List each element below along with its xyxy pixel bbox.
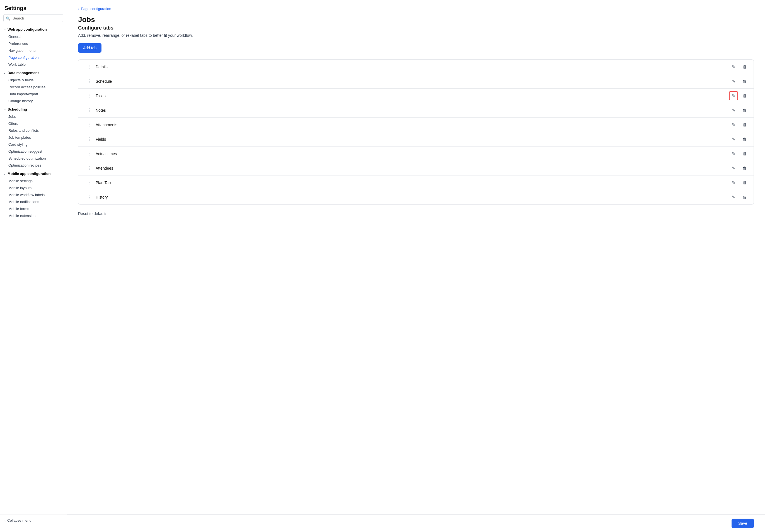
drag-handle-icon[interactable]: ⋮⋮: [83, 180, 92, 185]
tab-label: Plan Tab: [96, 180, 729, 185]
sidebar-item-mobile-layouts[interactable]: Mobile layouts: [1, 184, 66, 191]
section-label: Mobile app configuration: [8, 171, 51, 176]
tab-actions: ✎ 🗑: [729, 178, 749, 187]
edit-tab-button[interactable]: ✎: [729, 193, 738, 202]
breadcrumb-arrow-icon: ‹: [78, 7, 79, 11]
drag-handle-icon[interactable]: ⋮⋮: [83, 64, 92, 69]
drag-handle-icon[interactable]: ⋮⋮: [83, 136, 92, 142]
edit-tab-button[interactable]: ✎: [729, 149, 738, 158]
delete-tab-button[interactable]: 🗑: [740, 77, 749, 86]
sidebar-item-preferences[interactable]: Preferences: [1, 40, 66, 47]
table-row: ⋮⋮ Tasks ✎ 🗑: [78, 89, 754, 103]
sidebar-item-mobile-notifications[interactable]: Mobile notifications: [1, 198, 66, 205]
sidebar-item-work-table[interactable]: Work table: [1, 61, 66, 68]
chevron-icon: ⌄: [3, 108, 6, 111]
delete-tab-button[interactable]: 🗑: [740, 178, 749, 187]
breadcrumb-label: Page configuration: [81, 7, 111, 11]
sidebar-item-objects-fields[interactable]: Objects & fields: [1, 77, 66, 84]
sidebar-item-optimization-recipes[interactable]: Optimization recipes: [1, 162, 66, 169]
sidebar-item-scheduled-optimization[interactable]: Scheduled optimization: [1, 155, 66, 162]
drag-handle-icon[interactable]: ⋮⋮: [83, 165, 92, 171]
sidebar-item-optimization-suggest[interactable]: Optimization suggest: [1, 148, 66, 155]
edit-tab-button[interactable]: ✎: [729, 91, 738, 100]
table-row: ⋮⋮ Details ✎ 🗑: [78, 60, 754, 74]
search-input[interactable]: [3, 14, 63, 22]
tab-actions: ✎ 🗑: [729, 149, 749, 158]
edit-tab-button[interactable]: ✎: [729, 106, 738, 115]
delete-tab-button[interactable]: 🗑: [740, 62, 749, 71]
table-row: ⋮⋮ Fields ✎ 🗑: [78, 132, 754, 146]
drag-handle-icon[interactable]: ⋮⋮: [83, 122, 92, 127]
chevron-icon: ⌄: [3, 71, 6, 75]
delete-tab-button[interactable]: 🗑: [740, 135, 749, 144]
delete-tab-button[interactable]: 🗑: [740, 193, 749, 202]
edit-tab-button[interactable]: ✎: [729, 120, 738, 129]
section-label: Data management: [8, 71, 39, 75]
sidebar-item-navigation-menu[interactable]: Navigation menu: [1, 47, 66, 54]
drag-handle-icon[interactable]: ⋮⋮: [83, 151, 92, 156]
sidebar-item-data-import-export[interactable]: Data import/export: [1, 91, 66, 98]
sidebar-item-mobile-extensions[interactable]: Mobile extensions: [1, 212, 66, 219]
delete-tab-button[interactable]: 🗑: [740, 120, 749, 129]
drag-handle-icon[interactable]: ⋮⋮: [83, 195, 92, 200]
edit-tab-button[interactable]: ✎: [729, 164, 738, 173]
drag-handle-icon[interactable]: ⋮⋮: [83, 79, 92, 84]
table-row: ⋮⋮ Notes ✎ 🗑: [78, 103, 754, 118]
sidebar-item-page-configuration[interactable]: Page configuration: [1, 54, 66, 61]
sidebar-section-header-mobile-app-config[interactable]: ⌄Mobile app configuration: [0, 170, 67, 177]
delete-tab-button[interactable]: 🗑: [740, 106, 749, 115]
tab-label: Fields: [96, 137, 729, 141]
delete-tab-button[interactable]: 🗑: [740, 91, 749, 100]
tab-label: Tasks: [96, 94, 729, 98]
edit-tab-button[interactable]: ✎: [729, 135, 738, 144]
tab-actions: ✎ 🗑: [729, 120, 749, 129]
section-label: Web app configuration: [8, 27, 47, 32]
sidebar-item-rules-conflicts[interactable]: Rules and conflicts: [1, 127, 66, 134]
sidebar-item-mobile-forms[interactable]: Mobile forms: [1, 205, 66, 212]
save-button[interactable]: Save: [732, 519, 754, 528]
breadcrumb[interactable]: ‹ Page configuration: [78, 7, 754, 11]
tab-label: Notes: [96, 108, 729, 113]
table-row: ⋮⋮ Plan Tab ✎ 🗑: [78, 175, 754, 190]
tab-actions: ✎ 🗑: [729, 77, 749, 86]
tab-label: Details: [96, 65, 729, 69]
sidebar-item-change-history[interactable]: Change history: [1, 98, 66, 105]
delete-tab-button[interactable]: 🗑: [740, 164, 749, 173]
sidebar-title: Settings: [0, 0, 67, 14]
sidebar-item-mobile-settings[interactable]: Mobile settings: [1, 177, 66, 184]
edit-tab-button[interactable]: ✎: [729, 77, 738, 86]
collapse-menu-button[interactable]: ‹ Collapse menu: [0, 514, 67, 526]
sidebar-section-header-web-app-config[interactable]: ⌄Web app configuration: [0, 26, 67, 33]
tab-actions: ✎ 🗑: [729, 135, 749, 144]
sidebar-section-header-scheduling[interactable]: ⌄Scheduling: [0, 106, 67, 113]
tab-label: History: [96, 195, 729, 199]
page-title: Jobs: [78, 15, 754, 24]
sidebar-item-jobs[interactable]: Jobs: [1, 113, 66, 120]
tab-label: Attendees: [96, 166, 729, 170]
section-title: Configure tabs: [78, 25, 754, 31]
sidebar-item-record-access-policies[interactable]: Record access policies: [1, 84, 66, 91]
tab-actions: ✎ 🗑: [729, 91, 749, 100]
drag-handle-icon[interactable]: ⋮⋮: [83, 93, 92, 98]
collapse-label: Collapse menu: [7, 518, 32, 523]
sidebar-item-general[interactable]: General: [1, 33, 66, 40]
collapse-arrow-icon: ‹: [4, 519, 6, 523]
tab-label: Schedule: [96, 79, 729, 84]
tab-label: Attachments: [96, 123, 729, 127]
drag-handle-icon[interactable]: ⋮⋮: [83, 108, 92, 113]
tab-label: Actual times: [96, 151, 729, 156]
tab-actions: ✎ 🗑: [729, 62, 749, 71]
reset-to-defaults-link[interactable]: Reset to defaults: [78, 211, 754, 216]
sidebar-section-mobile-app-config: ⌄Mobile app configurationMobile settings…: [0, 170, 67, 219]
edit-tab-button[interactable]: ✎: [729, 178, 738, 187]
sidebar-item-offers[interactable]: Offers: [1, 120, 66, 127]
sidebar-item-card-styling[interactable]: Card styling: [1, 141, 66, 148]
delete-tab-button[interactable]: 🗑: [740, 149, 749, 158]
add-tab-button[interactable]: Add tab: [78, 43, 102, 53]
sidebar-search-container: 🔍: [3, 14, 63, 22]
sidebar-section-header-data-management[interactable]: ⌄Data management: [0, 69, 67, 77]
sidebar-item-job-templates[interactable]: Job templates: [1, 134, 66, 141]
sidebar-item-mobile-workflow-labels[interactable]: Mobile workflow labels: [1, 191, 66, 198]
table-row: ⋮⋮ Schedule ✎ 🗑: [78, 74, 754, 89]
edit-tab-button[interactable]: ✎: [729, 62, 738, 71]
